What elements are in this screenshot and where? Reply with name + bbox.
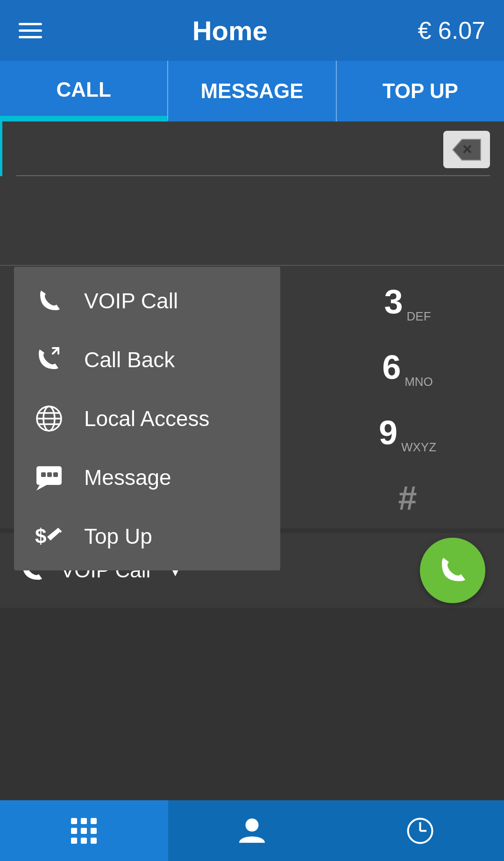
header-title: Home	[192, 15, 268, 46]
keypad-wrapper: VOIP Call Call Back	[0, 267, 504, 528]
svg-text:✕: ✕	[461, 142, 472, 157]
tab-topup[interactable]: TOP UP	[337, 61, 504, 121]
key-9[interactable]: 9 WXYZ	[338, 402, 478, 463]
dropdown-item-topup[interactable]: $ Top Up	[14, 507, 280, 566]
svg-rect-17	[71, 828, 77, 834]
key-hash[interactable]: #	[338, 468, 478, 528]
svg-text:$: $	[35, 525, 46, 548]
dropdown-label-voip: VOIP Call	[84, 288, 178, 313]
dropdown-item-voip[interactable]: VOIP Call	[14, 271, 280, 330]
svg-rect-20	[71, 838, 77, 844]
tabs-bar: CALL MESSAGE TOP UP	[0, 61, 504, 121]
svg-rect-14	[71, 818, 77, 824]
svg-rect-19	[91, 828, 97, 834]
bottom-nav	[0, 800, 504, 861]
dropdown-popup: VOIP Call Call Back	[14, 267, 280, 570]
key-6[interactable]: 6 MNO	[338, 337, 478, 398]
callback-icon	[33, 343, 65, 376]
svg-rect-15	[81, 818, 87, 824]
message-icon	[33, 461, 65, 494]
svg-rect-11	[53, 472, 58, 477]
bottom-nav-dialpad[interactable]	[0, 800, 168, 861]
call-button[interactable]	[420, 538, 485, 603]
svg-rect-18	[81, 828, 87, 834]
spacer	[0, 176, 504, 265]
svg-marker-8	[36, 485, 47, 491]
dropdown-item-callback[interactable]: Call Back	[14, 330, 280, 389]
dropdown-label-local: Local Access	[84, 406, 209, 431]
bottom-nav-contacts[interactable]	[168, 800, 336, 861]
dropdown-item-message[interactable]: Message	[14, 448, 280, 507]
dial-input[interactable]	[16, 131, 443, 168]
key-3[interactable]: 3 DEF	[338, 271, 478, 332]
svg-rect-16	[91, 818, 97, 824]
globe-icon	[33, 402, 65, 435]
header: Home € 6.07	[0, 0, 504, 61]
svg-point-23	[246, 818, 259, 832]
dropdown-label-message: Message	[84, 465, 171, 490]
dropdown-label-callback: Call Back	[84, 347, 175, 372]
menu-icon[interactable]	[19, 23, 42, 38]
backspace-button[interactable]: ✕	[443, 131, 490, 168]
header-balance: € 6.07	[418, 16, 485, 44]
svg-rect-10	[47, 472, 52, 477]
dropdown-item-local[interactable]: Local Access	[14, 389, 280, 448]
dropdown-label-topup: Top Up	[84, 524, 152, 549]
svg-rect-21	[81, 838, 87, 844]
topup-icon: $	[33, 520, 65, 553]
tab-call[interactable]: CALL	[0, 61, 168, 121]
tab-message[interactable]: MESSAGE	[168, 61, 336, 121]
phone-icon	[33, 285, 65, 317]
svg-rect-22	[91, 838, 97, 844]
input-area: ✕	[0, 121, 504, 176]
bottom-nav-recents[interactable]	[336, 800, 504, 861]
svg-rect-9	[41, 472, 46, 477]
